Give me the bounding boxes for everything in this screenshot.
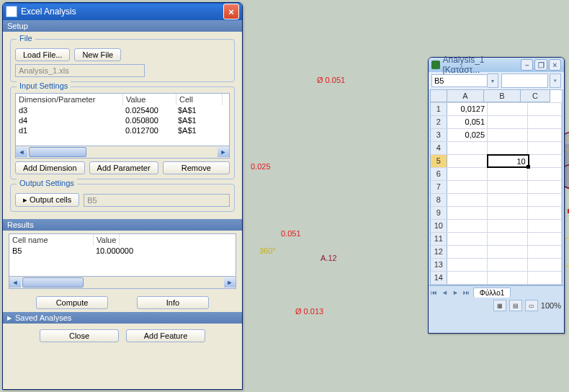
cell[interactable]: 0,025 [447, 129, 488, 141]
saved-analyses-header[interactable]: ▶Saved Analyses [3, 312, 242, 324]
cell-active[interactable]: 10 [487, 154, 529, 168]
cell[interactable] [488, 142, 528, 154]
sheet-tab[interactable]: Φύλλο1 [473, 288, 511, 298]
input-list[interactable]: Dimension/Parameter Value Cell d30.02540… [15, 93, 230, 146]
tab-prev-icon[interactable]: ◄ [439, 289, 450, 296]
cell[interactable] [447, 142, 488, 154]
tab-next-icon[interactable]: ► [450, 289, 461, 296]
window-title: Excel Analysis [21, 6, 76, 17]
scroll-left-icon[interactable]: ◄ [16, 147, 27, 157]
row-header[interactable]: 3 [431, 129, 447, 141]
row-header[interactable]: 11 [431, 233, 447, 245]
3d-viewport: Ø 0.051 0.025 0.051 A.12 Ø 0.013 360° [245, 0, 425, 392]
dim-label: Ø 0.051 [317, 76, 345, 84]
results-section-header[interactable]: Results [3, 219, 242, 231]
app-icon [6, 6, 17, 17]
input-settings-title: Input Settings [17, 81, 71, 90]
row-header[interactable]: 4 [431, 142, 447, 154]
row-header[interactable]: 12 [431, 246, 447, 258]
close-icon[interactable]: × [223, 4, 239, 19]
name-box[interactable] [431, 74, 488, 87]
input-row: d10.012700$A$1 [16, 125, 229, 135]
row-header[interactable]: 13 [431, 259, 447, 271]
excel-window: Analysis_1 [Κατάστ... – ❐ × ▼ ▾ ABC 10,0… [428, 57, 565, 334]
row-header[interactable]: 6 [431, 168, 447, 180]
file-path-field [15, 64, 145, 77]
results-hscroll[interactable]: ◄► [9, 277, 236, 289]
output-settings-title: Output Settings [17, 179, 77, 187]
excel-analysis-window: Excel Analysis × Setup File Load File...… [2, 2, 243, 390]
excel-titlebar[interactable]: Analysis_1 [Κατάστ... – ❐ × [429, 58, 564, 72]
row-header[interactable]: 14 [431, 272, 447, 284]
output-cells-field [84, 194, 230, 207]
tab-last-icon[interactable]: ⏭ [461, 289, 472, 296]
cell[interactable] [488, 116, 528, 128]
remove-button[interactable]: Remove [163, 161, 230, 174]
col-result-value: Value [94, 234, 120, 246]
dim-label: Ø 0.013 [295, 307, 323, 316]
spreadsheet[interactable]: ABC 10,0127 20,051 30,025 4 510 6 7 8 9 … [430, 89, 563, 285]
col-header[interactable]: C [521, 90, 550, 102]
load-file-button[interactable]: Load File... [15, 48, 70, 61]
results-list[interactable]: Cell nameValue B510.000000 [9, 233, 236, 277]
cell[interactable] [528, 116, 562, 128]
zoom-level[interactable]: 100% [541, 301, 561, 310]
scroll-right-icon[interactable]: ► [218, 147, 229, 157]
compute-button[interactable]: Compute [36, 296, 108, 309]
cell[interactable] [488, 129, 528, 141]
close-button[interactable]: Close [40, 329, 119, 342]
col-header[interactable]: A [447, 90, 484, 102]
excel-status-bar: ▦ ▤ ▭ 100% [429, 299, 564, 312]
excel-icon [431, 61, 440, 69]
cell[interactable] [529, 155, 562, 167]
scroll-right-icon[interactable]: ► [224, 277, 236, 288]
dim-label: A.12 [321, 254, 337, 262]
select-all[interactable] [431, 90, 447, 102]
excel-title: Analysis_1 [Κατάστ... [443, 55, 521, 75]
row-header[interactable]: 10 [431, 220, 447, 232]
row-header[interactable]: 5 [431, 155, 447, 167]
view-layout-icon[interactable]: ▤ [509, 300, 522, 311]
titlebar[interactable]: Excel Analysis × [3, 3, 242, 20]
input-row: d30.025400$A$1 [16, 105, 229, 115]
tab-first-icon[interactable]: ⏮ [429, 289, 439, 296]
row-header[interactable]: 2 [431, 116, 447, 128]
row-header[interactable]: 1 [431, 103, 447, 115]
new-file-button[interactable]: New File [74, 48, 121, 61]
scroll-left-icon[interactable]: ◄ [9, 277, 21, 288]
dim-label: 0.051 [281, 229, 301, 238]
add-feature-button[interactable]: Add Feature [126, 329, 205, 342]
cell[interactable] [528, 142, 562, 154]
view-break-icon[interactable]: ▭ [525, 300, 538, 311]
minimize-icon[interactable]: – [521, 59, 533, 71]
cell[interactable] [528, 129, 562, 141]
add-parameter-button[interactable]: Add Parameter [89, 161, 158, 174]
input-hscroll[interactable]: ◄► [15, 146, 230, 159]
output-cells-button[interactable]: ▸ Output cells [15, 193, 79, 207]
file-group: File Load File... New File [10, 39, 235, 82]
setup-section-header[interactable]: Setup [3, 20, 242, 32]
formula-bar[interactable] [501, 74, 548, 88]
info-button[interactable]: Info [137, 296, 209, 309]
name-box-dropdown-icon[interactable]: ▼ [488, 74, 498, 88]
restore-icon[interactable]: ❐ [534, 59, 547, 71]
formula-expand-icon[interactable]: ▾ [550, 74, 561, 88]
file-group-title: File [17, 34, 35, 43]
input-settings-group: Input Settings Dimension/Parameter Value… [10, 86, 235, 179]
view-normal-icon[interactable]: ▦ [493, 300, 506, 311]
row-header[interactable]: 9 [431, 207, 447, 219]
cell[interactable] [447, 155, 488, 167]
col-value: Value [123, 94, 176, 105]
excel-close-icon[interactable]: × [549, 59, 561, 71]
cell[interactable]: 0,051 [447, 116, 488, 128]
cell[interactable] [528, 103, 562, 115]
cell[interactable]: 0,0127 [447, 103, 488, 115]
output-settings-group: Output Settings ▸ Output cells [10, 184, 235, 212]
row-header[interactable]: 7 [431, 181, 447, 193]
cell[interactable] [488, 103, 528, 115]
row-header[interactable]: 8 [431, 194, 447, 206]
dim-label: 360° [259, 246, 276, 255]
add-dimension-button[interactable]: Add Dimension [15, 161, 85, 174]
input-row: d40.050800$A$1 [16, 115, 229, 125]
col-header[interactable]: B [484, 90, 521, 102]
